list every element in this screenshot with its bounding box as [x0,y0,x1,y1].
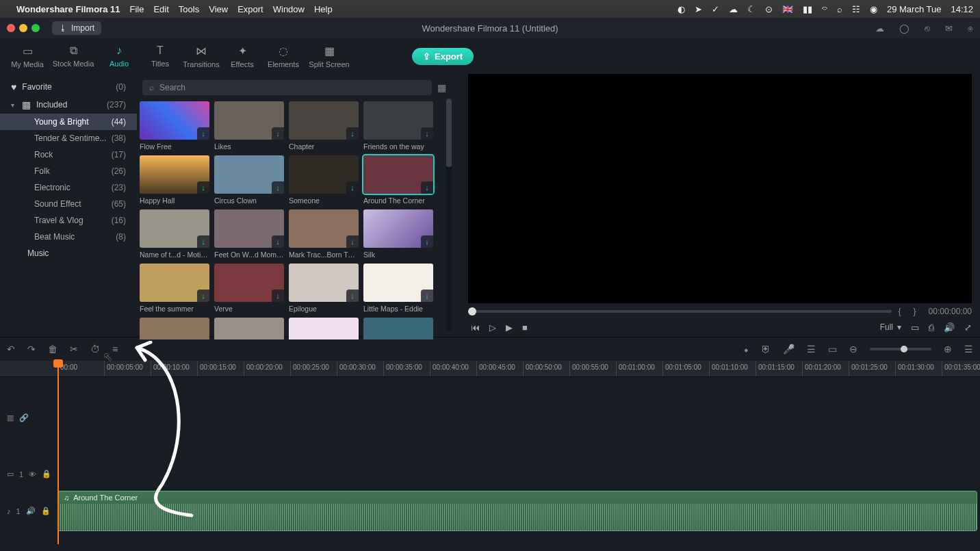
download-icon[interactable]: ↓ [346,181,359,194]
zoom-slider[interactable] [870,348,931,350]
location-icon[interactable]: ➤ [695,4,702,14]
media-thumbnail[interactable]: ↓Feet On W...d Moment [214,209,284,259]
media-thumbnail[interactable]: ↓Around The Corner [363,155,433,205]
download-icon[interactable]: ↓ [346,235,359,248]
sidebar-category[interactable]: Young & Bright(44) [0,114,137,130]
mixer-button[interactable]: ☰ [807,344,816,355]
status-icon[interactable]: ◐ [678,4,685,14]
undo-button[interactable]: ↶ [7,344,15,355]
sidebar-category[interactable]: Sound Effect(65) [0,196,137,212]
display-icon[interactable]: ▭ [911,322,919,333]
media-scrollbar[interactable] [446,99,452,331]
media-thumbnail[interactable]: ↓ [140,318,209,339]
step-back-button[interactable]: ⏮ [471,322,480,333]
redo-button[interactable]: ↷ [27,344,36,355]
download-icon[interactable]: ↓ [421,127,433,140]
media-thumbnail[interactable]: ↓Circus Clown [214,155,284,205]
menu-export[interactable]: Export [237,4,263,14]
media-thumbnail[interactable]: ↓Happy Hall [140,155,209,205]
menubar-time[interactable]: 14:12 [951,4,973,14]
preview-viewport[interactable] [468,74,972,303]
snapshot-button[interactable]: ⎙ [929,322,934,333]
media-thumbnail[interactable]: ↓ [289,318,359,339]
search-icon[interactable]: ⌕ [837,4,842,14]
lock-icon[interactable]: 🔒 [42,470,51,478]
tab-transitions[interactable]: ⋈Transitions [181,40,222,73]
account-icon[interactable]: ◯ [899,23,910,34]
media-thumbnail[interactable]: ↓ [363,318,433,339]
media-thumbnail[interactable]: ↓Epilogue [289,264,359,313]
search-input[interactable]: ⌕ Search [142,80,432,95]
zoom-out-button[interactable]: ⊖ [849,344,858,355]
volume-button[interactable]: 🔊 [944,322,955,333]
media-thumbnail[interactable]: ↓Someone [289,155,359,205]
audio-clip[interactable]: ♫Around The Corner [57,491,977,531]
download-icon[interactable]: ↓ [272,127,284,140]
download-icon[interactable]: ↓ [197,290,209,302]
download-icon[interactable]: ↓ [272,290,284,302]
user-icon[interactable]: ⍟ [968,23,973,34]
import-button[interactable]: ⭳ Import [52,21,101,35]
sidebar-included[interactable]: ▾ ▦ Included (237) [0,96,137,114]
mic-button[interactable]: 🎤 [783,344,795,355]
mail-icon[interactable]: ✉ [945,23,953,34]
download-icon[interactable]: ↓ [272,235,284,248]
delete-button[interactable]: 🗑 [48,344,57,355]
quality-select[interactable]: Full ▾ [880,322,901,332]
play-icon[interactable]: ⊙ [765,4,773,14]
media-thumbnail[interactable]: ↓Feel the summer [140,264,209,313]
check-icon[interactable]: ✓ [712,4,719,14]
cut-button[interactable]: ✂ [70,344,78,355]
siri-icon[interactable]: ◉ [870,4,877,14]
media-thumbnail[interactable]: ↓Flow Free [140,101,209,151]
speaker-icon[interactable]: 🔊 [26,507,36,515]
maximize-button[interactable] [31,24,40,32]
export-button[interactable]: ⇪ Export [412,48,474,65]
battery-icon[interactable]: ▮▮ [803,4,812,14]
tab-split-screen[interactable]: ▦Split Screen [304,40,354,73]
download-icon[interactable]: ↓ [197,235,209,248]
play-button[interactable]: ▷ [489,322,496,333]
edit-button[interactable]: ≡ [112,344,118,355]
speed-button[interactable]: ⏱ [90,344,100,355]
sidebar-category[interactable]: Folk(26) [0,163,137,179]
track-manage-icon[interactable]: ▥ [7,413,14,422]
tab-stock-media[interactable]: ⧉Stock Media [48,40,99,73]
render-button[interactable]: ▭ [828,344,837,355]
menu-window[interactable]: Window [273,4,305,14]
preview-scrubber[interactable] [468,310,892,313]
audio-track[interactable]: ♪ 1 🔊 🔒 ♫Around The Corner [0,489,980,533]
menu-tools[interactable]: Tools [179,4,199,14]
mark-in-icon[interactable]: { [899,307,907,316]
menu-edit[interactable]: Edit [153,4,168,14]
tab-elements[interactable]: ◌Elements [263,40,304,73]
sidebar-category[interactable]: Electronic(23) [0,179,137,196]
lock-icon[interactable]: 🔒 [41,507,51,515]
media-thumbnail[interactable]: ↓Name of t...d - Motions [140,209,209,259]
tab-effects[interactable]: ✦Effects [222,40,263,73]
play-forward-button[interactable]: ▶ [506,322,513,333]
media-thumbnail[interactable]: ↓Friends on the way [363,101,433,151]
download-icon[interactable]: ↓ [421,235,433,248]
app-name[interactable]: Wondershare Filmora 11 [16,4,120,14]
media-thumbnail[interactable]: ↓Mark Trac...Born Twice [289,209,359,259]
close-button[interactable] [7,24,15,32]
link-icon[interactable]: 🔗 [19,413,29,422]
download-icon[interactable]: ↓ [197,181,209,194]
menu-file[interactable]: File [129,4,144,14]
video-track[interactable]: ▭ 1 👁 🔒 [0,459,980,489]
minimize-button[interactable] [19,24,27,32]
flag-icon[interactable]: 🇬🇧 [782,4,793,14]
sidebar-music[interactable]: Music [0,245,137,261]
download-icon[interactable]: ↓ [197,127,209,140]
tab-my-media[interactable]: ▭My Media [7,40,48,73]
sidebar-category[interactable]: Travel & Vlog(16) [0,212,137,229]
eye-icon[interactable]: 👁 [29,470,36,478]
headset-icon[interactable]: ⎋ [925,23,930,34]
wifi-icon[interactable]: ⌔ [822,4,827,14]
view-toggle-button[interactable]: ▦ [437,82,446,93]
stop-button[interactable]: ■ [522,322,528,333]
shield-icon[interactable]: ⛨ [761,344,771,355]
tab-audio[interactable]: ♪Audio [99,40,140,73]
moon-icon[interactable]: ☾ [747,4,756,14]
